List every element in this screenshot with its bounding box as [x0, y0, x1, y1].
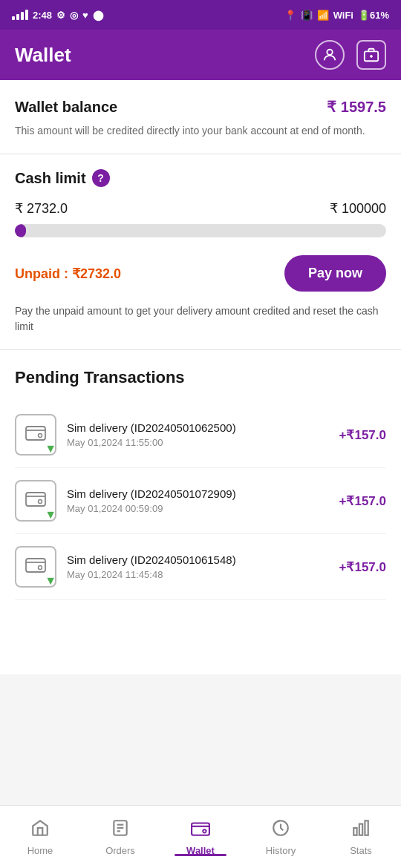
wallet-balance-label: Wallet balance: [15, 99, 117, 116]
calls-icon: 📶: [317, 10, 329, 21]
transaction-amount-2: +₹157.0: [339, 493, 386, 509]
home-icon: [30, 818, 50, 842]
transaction-item: ▼ Sim delivery (ID20240501062500) May 01…: [15, 402, 386, 468]
home-label: Home: [27, 845, 53, 856]
page-title: Wallet: [15, 44, 71, 67]
progress-fill: [15, 224, 26, 237]
main-content: Wallet balance ₹ 1597.5 This amount will…: [0, 80, 401, 674]
nav-home[interactable]: Home: [10, 818, 70, 856]
svg-rect-17: [353, 828, 356, 835]
help-icon[interactable]: ?: [92, 169, 110, 187]
bag-icon-button[interactable]: [356, 40, 386, 70]
signal-icon: [12, 10, 28, 20]
unpaid-row: Unpaid : ₹2732.0 Pay now: [15, 255, 386, 292]
phone-rotate-icon: 📳: [301, 10, 313, 21]
cash-limit-label: Cash limit: [15, 170, 86, 187]
svg-rect-14: [192, 823, 209, 835]
header-icons: [315, 40, 386, 70]
transaction-date-3: May 01,2024 11:45:48: [67, 569, 339, 580]
divider-1: [0, 154, 401, 154]
status-bar: 2:48 ⚙ ◎ ♥ ⬤ 📍 📳 📶 WiFi 🔋61%: [0, 0, 401, 30]
vpn-icon: ◎: [70, 10, 78, 21]
transaction-amount-1: +₹157.0: [339, 427, 386, 443]
limit-values: ₹ 2732.0 ₹ 100000: [15, 200, 386, 217]
wallet-nav-icon: [191, 818, 210, 842]
nav-history[interactable]: History: [251, 818, 310, 856]
svg-point-15: [203, 829, 206, 832]
svg-rect-18: [359, 823, 362, 835]
limit-max-value: ₹ 100000: [330, 200, 386, 217]
stats-icon: [351, 818, 371, 842]
wallet-balance-amount: ₹ 1597.5: [327, 98, 386, 116]
nav-orders[interactable]: Orders: [91, 818, 150, 856]
arrow-down-icon: ▼: [45, 574, 56, 588]
heart-icon: ♥: [82, 10, 88, 21]
cash-limit-header: Cash limit ?: [15, 169, 386, 187]
divider-2: [0, 349, 401, 350]
transaction-date-1: May 01,2024 11:55:00: [67, 437, 339, 448]
header: Wallet: [0, 30, 401, 80]
wallet-symbol-icon: [25, 556, 46, 578]
arrow-down-icon: ▼: [45, 442, 56, 456]
nav-stats[interactable]: Stats: [331, 818, 391, 856]
limit-current-value: ₹ 2732.0: [15, 200, 68, 217]
location-icon: 📍: [284, 10, 296, 21]
unpaid-amount: Unpaid : ₹2732.0: [15, 266, 121, 282]
unpaid-description: Pay the unpaid amount to get your delive…: [15, 303, 386, 335]
history-label: History: [266, 845, 296, 856]
transaction-amount-3: +₹157.0: [339, 559, 386, 575]
svg-rect-4: [26, 427, 45, 440]
stats-label: Stats: [350, 845, 372, 856]
transaction-title-2: Sim delivery (ID20240501072909): [67, 487, 339, 500]
transaction-icon-3: ▼: [15, 546, 56, 588]
history-icon: [271, 818, 290, 842]
svg-point-0: [327, 50, 332, 55]
status-right: 📍 📳 📶 WiFi 🔋61%: [284, 10, 389, 21]
wallet-symbol-icon: [25, 490, 46, 512]
transaction-info-1: Sim delivery (ID20240501062500) May 01,2…: [67, 421, 339, 448]
transaction-title-3: Sim delivery (ID20240501061548): [67, 553, 339, 566]
wallet-balance-description: This amount will be credited directly in…: [15, 123, 386, 139]
svg-point-5: [39, 434, 42, 438]
active-indicator: [175, 854, 226, 856]
transaction-info-3: Sim delivery (ID20240501061548) May 01,2…: [67, 553, 339, 580]
transaction-item: ▼ Sim delivery (ID20240501061548) May 01…: [15, 534, 386, 600]
svg-point-7: [39, 500, 42, 504]
circle-icon: ⬤: [93, 10, 104, 21]
orders-icon: [111, 818, 130, 842]
profile-icon-button[interactable]: [315, 40, 345, 70]
transaction-item: ▼ Sim delivery (ID20240501072909) May 01…: [15, 468, 386, 534]
svg-rect-19: [365, 821, 368, 835]
transaction-info-2: Sim delivery (ID20240501072909) May 01,2…: [67, 487, 339, 514]
status-left: 2:48 ⚙ ◎ ♥ ⬤: [12, 10, 104, 21]
pay-now-button[interactable]: Pay now: [284, 255, 386, 292]
battery-icon: 🔋61%: [358, 10, 389, 21]
svg-point-9: [39, 566, 42, 570]
bottom-navigation: Home Orders Wallet: [0, 805, 401, 868]
transaction-icon-2: ▼: [15, 480, 56, 522]
arrow-down-icon: ▼: [45, 508, 56, 522]
wifi-icon: WiFi: [333, 10, 353, 21]
transaction-icon-1: ▼: [15, 414, 56, 456]
orders-label: Orders: [105, 845, 135, 856]
pending-transactions-title: Pending Transactions: [15, 365, 386, 387]
wallet-balance-row: Wallet balance ₹ 1597.5: [15, 98, 386, 116]
svg-rect-8: [26, 559, 45, 572]
status-time: 2:48: [33, 10, 52, 21]
cash-limit-progress: [15, 224, 386, 237]
svg-rect-6: [26, 493, 45, 506]
transaction-date-2: May 01,2024 00:59:09: [67, 503, 339, 514]
wallet-symbol-icon: [25, 424, 46, 446]
transaction-title-1: Sim delivery (ID20240501062500): [67, 421, 339, 434]
settings-icon: ⚙: [56, 10, 65, 21]
nav-wallet[interactable]: Wallet: [171, 818, 230, 856]
